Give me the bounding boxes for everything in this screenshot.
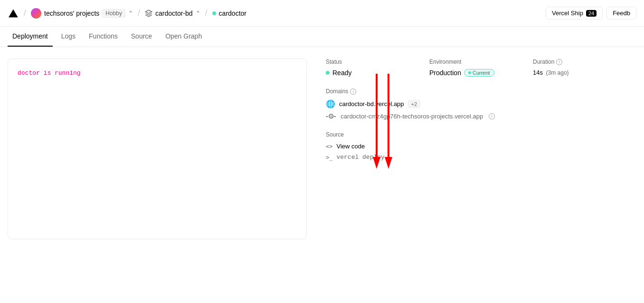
terminal-text: doctor is running bbox=[18, 69, 81, 77]
tab-nav: Deployment Logs Functions Source Open Gr… bbox=[0, 27, 644, 47]
sep-3: / bbox=[205, 8, 208, 18]
environment-label: Environment bbox=[429, 59, 533, 65]
project-name: techsoros' projects bbox=[44, 10, 99, 17]
duration-info-icon[interactable]: i bbox=[556, 59, 562, 65]
secondary-domain-row: -⊙- cardoctor-cmz4gp76h-techsoros-projec… bbox=[326, 112, 636, 120]
info-panel: Status Ready Environment Production bbox=[326, 59, 636, 239]
current-badge: Current bbox=[464, 69, 494, 77]
vercel-ship-button[interactable]: Vercel Ship 24 bbox=[546, 7, 603, 20]
repo-name: cardoctor-bd bbox=[155, 10, 193, 17]
sep-1: / bbox=[24, 8, 26, 18]
project-selector[interactable]: techsoros' projects Hobby ⌃ bbox=[31, 8, 133, 19]
domains-section: Domains i 🌐 cardoctor-bd.vercel.app +2 -… bbox=[326, 88, 636, 120]
branch-icon: -⊙- bbox=[326, 112, 336, 120]
code-icon: <> bbox=[326, 143, 332, 150]
primary-domain-row: 🌐 cardoctor-bd.vercel.app +2 bbox=[326, 99, 636, 108]
repo-selector[interactable]: cardoctor-bd ⌃ bbox=[145, 10, 200, 17]
status-dot bbox=[212, 11, 216, 15]
project-chevron-icon[interactable]: ⌃ bbox=[128, 10, 133, 17]
tab-source[interactable]: Source bbox=[126, 27, 157, 47]
top-bar-right: Vercel Ship 24 Feedb bbox=[546, 7, 636, 20]
vercel-ship-label: Vercel Ship bbox=[552, 10, 583, 17]
tab-functions[interactable]: Functions bbox=[84, 27, 123, 47]
top-bar: / techsoros' projects Hobby ⌃ / cardocto… bbox=[0, 0, 644, 27]
domains-info-icon[interactable]: i bbox=[350, 88, 356, 95]
project-avatar bbox=[31, 8, 41, 19]
status-label: Status bbox=[326, 59, 429, 65]
plus-badge[interactable]: +2 bbox=[408, 100, 421, 108]
sep-2: / bbox=[138, 8, 140, 18]
duration-label: Duration i bbox=[533, 59, 636, 65]
environment-value: Production Current bbox=[429, 69, 533, 77]
vercel-logo[interactable] bbox=[8, 8, 19, 19]
duration-value: 14s (3m ago) bbox=[533, 69, 636, 76]
deploy-cmd: vercel deploy bbox=[336, 154, 384, 161]
feedback-button[interactable]: Feedb bbox=[606, 7, 636, 20]
globe-icon: 🌐 bbox=[326, 99, 335, 108]
repo-icon bbox=[145, 10, 152, 17]
environment-col: Environment Production Current bbox=[429, 59, 533, 77]
deploy-cmd-row: >_ vercel deploy bbox=[326, 154, 636, 161]
duration-main: 14s (3m ago) bbox=[533, 69, 569, 76]
tab-deployment[interactable]: Deployment bbox=[8, 27, 53, 47]
deployment-name: cardoctor bbox=[219, 10, 246, 17]
repo-chevron-icon[interactable]: ⌃ bbox=[196, 10, 200, 17]
duration-col: Duration i 14s (3m ago) bbox=[533, 59, 636, 77]
duration-ago: (3m ago) bbox=[546, 69, 569, 76]
ship-count: 24 bbox=[586, 10, 597, 17]
feedback-label: Feedb bbox=[613, 10, 630, 17]
hobby-badge: Hobby bbox=[102, 9, 125, 18]
view-code-link[interactable]: View code bbox=[336, 143, 365, 150]
status-value: Ready bbox=[326, 69, 429, 77]
secondary-domain-link: cardoctor-cmz4gp76h-techsoros-projects.v… bbox=[341, 113, 483, 120]
tab-open-graph[interactable]: Open Graph bbox=[161, 27, 207, 47]
view-code-row: <> View code bbox=[326, 143, 636, 150]
primary-domain-link[interactable]: cardoctor-bd.vercel.app bbox=[339, 100, 404, 108]
ready-dot bbox=[326, 71, 330, 75]
info-grid: Status Ready Environment Production bbox=[326, 59, 636, 77]
deployment-indicator: cardoctor bbox=[212, 10, 246, 17]
secondary-domain-info-icon[interactable]: i bbox=[489, 113, 495, 119]
current-badge-dot bbox=[468, 71, 471, 74]
tab-logs[interactable]: Logs bbox=[57, 27, 80, 47]
domains-title: Domains i bbox=[326, 88, 636, 95]
terminal-panel: doctor is running bbox=[8, 59, 307, 239]
terminal-icon: >_ bbox=[326, 154, 332, 161]
main-content: doctor is running Status Ready Environ bbox=[0, 47, 644, 251]
source-section: Source <> View code >_ vercel deploy bbox=[326, 131, 636, 161]
status-col: Status Ready bbox=[326, 59, 429, 77]
source-title: Source bbox=[326, 131, 636, 138]
